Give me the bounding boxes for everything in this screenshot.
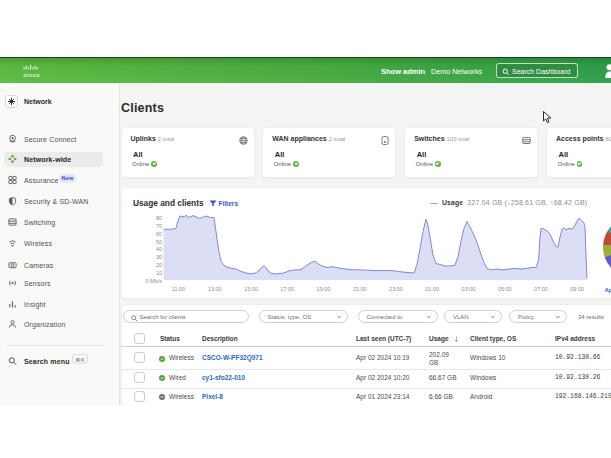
svg-text:09:00: 09:00 <box>570 286 584 292</box>
svg-text:23:00: 23:00 <box>389 286 403 292</box>
svg-text:21:00: 21:00 <box>353 286 367 292</box>
svg-text:50: 50 <box>156 239 162 245</box>
svg-text:60: 60 <box>156 231 162 237</box>
svg-text:05:00: 05:00 <box>498 286 512 292</box>
svg-text:19:00: 19:00 <box>317 286 331 292</box>
svg-text:40: 40 <box>156 246 162 252</box>
svg-text:07:00: 07:00 <box>534 286 548 292</box>
svg-text:11:00: 11:00 <box>172 286 185 292</box>
svg-text:03:00: 03:00 <box>462 286 476 292</box>
svg-text:80: 80 <box>156 215 162 221</box>
svg-text:cisco: cisco <box>23 72 40 78</box>
svg-text:20: 20 <box>156 262 162 268</box>
svg-text:17:00: 17:00 <box>280 286 294 292</box>
svg-text:01:00: 01:00 <box>425 286 439 292</box>
svg-text:30: 30 <box>156 254 162 260</box>
svg-text:10: 10 <box>156 270 162 276</box>
svg-text:0 Mb/s: 0 Mb/s <box>145 278 162 284</box>
svg-text:70: 70 <box>156 223 162 229</box>
svg-text:15:00: 15:00 <box>244 286 258 292</box>
svg-text:13:00: 13:00 <box>208 286 222 292</box>
